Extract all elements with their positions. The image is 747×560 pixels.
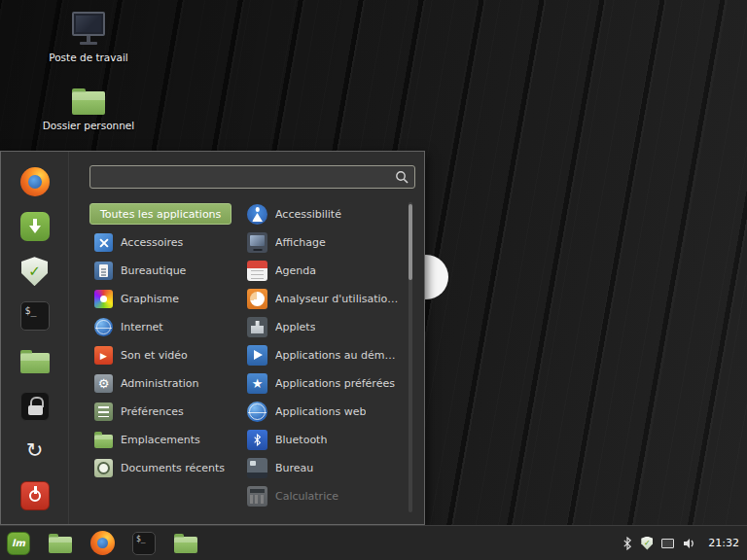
sound-video-icon (94, 346, 113, 365)
category-internet[interactable]: Internet (89, 313, 235, 341)
category-label: Toutes les applications (100, 208, 221, 221)
monitor-shape (72, 12, 105, 36)
quit-power-icon (20, 481, 50, 510)
favorite-software-manager[interactable] (18, 209, 53, 244)
preferences-icon (94, 402, 113, 421)
files-icon (20, 353, 50, 373)
clock[interactable]: 21:32 (708, 537, 739, 549)
search-bar (89, 165, 415, 189)
logout-icon (20, 437, 50, 466)
accessories-icon (94, 233, 113, 252)
recent-documents-icon (94, 459, 113, 477)
accessibility-icon (247, 204, 267, 225)
desktop-icon-label: Poste de travail (49, 52, 128, 63)
category-all-applications[interactable]: Toutes les applications (89, 203, 231, 225)
terminal-icon: $_ (20, 301, 50, 331)
favorite-apps-icon (247, 373, 267, 394)
taskbar-launcher-folder[interactable] (171, 529, 200, 558)
favorite-update-manager[interactable] (18, 254, 53, 289)
category-graphics[interactable]: Graphisme (89, 285, 235, 313)
category-recent-documents[interactable]: Documents récents (89, 454, 235, 482)
menu-button[interactable]: lm (4, 529, 33, 558)
category-label: Accessoires (121, 236, 183, 249)
favorite-firefox[interactable] (18, 164, 53, 199)
category-office[interactable]: Bureautique (89, 257, 235, 285)
taskbar-launcher-firefox[interactable] (88, 529, 117, 558)
search-input[interactable] (89, 165, 415, 189)
category-places[interactable]: Emplacements (89, 426, 235, 454)
category-administration[interactable]: Administration (89, 369, 235, 398)
update-manager-icon (21, 257, 48, 286)
search-icon (395, 170, 409, 184)
office-icon (94, 262, 113, 280)
firefox-icon (90, 531, 115, 555)
category-preferences[interactable]: Préférences (89, 398, 235, 426)
app-item-web-apps[interactable]: Applications web (243, 398, 404, 426)
app-list-scrollbar[interactable] (409, 202, 412, 512)
internet-icon (94, 318, 113, 336)
terminal-icon: $_ (132, 532, 156, 555)
app-item-startup-apps[interactable]: Applications au démarrage (243, 341, 404, 369)
app-item-disk-usage[interactable]: Analyseur d'utilisation des… (243, 285, 404, 313)
network-icon[interactable] (661, 539, 674, 548)
app-item-applets[interactable]: Applets (243, 313, 404, 341)
favorite-terminal[interactable]: $_ (18, 298, 53, 333)
menu-lists: Toutes les applications Accessoires Bure… (89, 200, 415, 514)
app-item-display[interactable]: Affichage (243, 228, 404, 257)
category-accessories[interactable]: Accessoires (89, 228, 235, 257)
application-menu: $_ (0, 151, 425, 525)
category-label: Bureautique (121, 264, 186, 277)
lock-screen-icon (20, 392, 50, 421)
category-label: Internet (121, 321, 163, 333)
taskbar-launcher-files[interactable] (46, 529, 75, 558)
category-list: Toutes les applications Accessoires Bure… (89, 200, 235, 514)
category-sound-video[interactable]: Son et vidéo (89, 341, 235, 369)
category-label: Son et vidéo (121, 349, 188, 362)
app-item-desktop[interactable]: Bureau (243, 454, 404, 482)
favorite-files[interactable] (18, 344, 53, 379)
volume-icon[interactable] (683, 538, 696, 549)
web-apps-icon (247, 402, 267, 422)
favorite-lock-screen[interactable] (18, 389, 53, 424)
system-tray: 21:32 (622, 537, 739, 550)
desktop-icon-home[interactable]: Dossier personnel (30, 86, 147, 131)
app-item-accessibility[interactable]: Accessibilité (243, 200, 404, 228)
desktop-icon-computer[interactable]: Poste de travail (30, 12, 147, 63)
desktop: Poste de travail Dossier personnel $_ (0, 0, 747, 560)
bluetooth-icon[interactable] (622, 537, 632, 550)
update-shield-icon[interactable] (641, 537, 653, 550)
category-label: Administration (121, 377, 199, 390)
category-label: Graphisme (121, 293, 179, 305)
calculator-icon (247, 486, 267, 507)
app-item-calculator[interactable]: Calculatrice (243, 482, 404, 510)
app-item-bluetooth[interactable]: Bluetooth (243, 426, 404, 454)
places-icon (94, 435, 113, 448)
app-item-favorite-apps[interactable]: Applications préférées (243, 369, 404, 398)
firefox-icon (20, 167, 50, 196)
administration-icon (94, 374, 113, 393)
graphics-icon (94, 290, 113, 308)
app-item-calendar[interactable]: Agenda (243, 257, 404, 285)
disk-usage-icon (247, 289, 267, 309)
display-icon (247, 232, 267, 253)
scrollbar-thumb[interactable] (409, 204, 412, 280)
application-list: Accessibilité Affichage Agenda Analyseur… (243, 200, 415, 514)
folder-icon (174, 537, 197, 553)
applets-icon (247, 317, 267, 337)
category-label: Emplacements (121, 434, 200, 446)
bluetooth-icon (247, 430, 267, 450)
mint-logo-icon: lm (7, 532, 30, 555)
favorite-quit[interactable] (18, 478, 53, 513)
home-folder-icon (72, 91, 105, 115)
menu-favorites-sidebar: $_ (1, 152, 69, 524)
software-manager-icon (20, 212, 50, 241)
category-label: Préférences (121, 405, 184, 418)
category-label: Documents récents (121, 462, 225, 474)
files-icon (49, 537, 72, 553)
startup-apps-icon (247, 345, 267, 366)
taskbar-launcher-terminal[interactable]: $_ (129, 529, 159, 558)
computer-icon (69, 12, 108, 47)
favorite-logout[interactable] (18, 434, 53, 469)
taskbar: lm $_ (0, 525, 747, 560)
calendar-icon (247, 261, 267, 281)
